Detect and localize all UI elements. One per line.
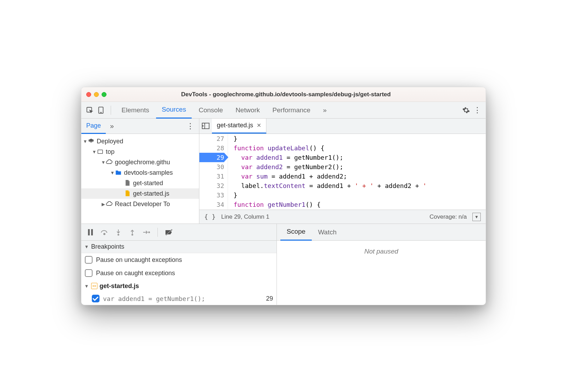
tree-label: get-started [133, 180, 163, 187]
breakpoints-panel: ▼ Breakpoints Pause on uncaught exceptio… [81, 241, 277, 305]
tree-domain[interactable]: ▼ googlechrome.githu [81, 157, 199, 167]
checkbox-unchecked[interactable] [85, 269, 93, 277]
line-gutter[interactable]: 27 28 29 30 31 32 33 34 35 [199, 134, 228, 210]
tree-react-ext[interactable]: ▶ React Developer To [81, 199, 199, 209]
step-over-button[interactable] [99, 227, 110, 238]
code-content[interactable]: }function updateLabel() { var addend1 = … [228, 134, 486, 210]
editor-pane: get-started.js ✕ 27 28 29 30 31 32 33 34… [199, 119, 486, 224]
close-tab-icon[interactable]: ✕ [257, 122, 261, 129]
tree-deployed[interactable]: ▼ Deployed [81, 136, 199, 146]
titlebar: DevTools - googlechrome.github.io/devtoo… [81, 87, 486, 102]
device-toggle-icon[interactable] [96, 105, 106, 115]
svg-rect-7 [91, 229, 93, 235]
not-paused-message: Not paused [364, 248, 398, 305]
file-tab-active[interactable]: get-started.js ✕ [212, 119, 266, 134]
tab-performance[interactable]: Performance [267, 102, 316, 119]
window-title: DevTools - googlechrome.github.io/devtoo… [112, 91, 460, 98]
maximize-window-button[interactable] [102, 92, 106, 97]
script-badge-icon: <> [91, 283, 97, 289]
document-icon [124, 180, 131, 187]
main-toolbar: Elements Sources Console Network Perform… [81, 102, 486, 119]
breakpoint-code: var addend1 = getNumber1(); [103, 295, 205, 302]
devtools-window: DevTools - googlechrome.github.io/devtoo… [81, 87, 486, 305]
navigator-tab-more[interactable]: » [106, 122, 118, 130]
breakpoint-file-header[interactable]: ▼ <> get-started.js [81, 280, 277, 292]
svg-point-8 [104, 233, 105, 235]
tree-label: get-started.js [133, 190, 169, 197]
frame-icon [97, 148, 104, 155]
navigator-kebab-icon[interactable]: ⋮ [182, 122, 199, 131]
svg-point-10 [132, 234, 133, 235]
tree-label: Deployed [97, 138, 123, 145]
checkbox-unchecked[interactable] [85, 256, 93, 264]
svg-rect-3 [98, 150, 103, 154]
breakpoint-entry[interactable]: var addend1 = getNumber1(); 29 [81, 292, 277, 305]
tree-file-html[interactable]: get-started [81, 178, 199, 188]
tree-file-js[interactable]: get-started.js [81, 188, 199, 199]
navigator-tab-page[interactable]: Page [81, 119, 106, 134]
tree-label: devtools-samples [124, 169, 173, 176]
tab-more[interactable]: » [317, 102, 332, 119]
tree-label: React Developer To [115, 201, 170, 208]
tree-label: top [106, 148, 115, 156]
execution-line-marker[interactable]: 29 [199, 153, 224, 162]
svg-rect-6 [88, 229, 90, 235]
svg-point-11 [148, 231, 150, 233]
traffic-lights [86, 92, 106, 97]
breakpoint-line-number: 29 [266, 295, 273, 302]
tab-scope[interactable]: Scope [280, 224, 312, 241]
cloud-icon [106, 159, 113, 166]
checkbox-checked[interactable] [92, 295, 100, 302]
inspect-element-icon[interactable] [85, 105, 95, 115]
tab-watch[interactable]: Watch [312, 224, 343, 241]
script-icon [124, 190, 131, 197]
pause-uncaught-row[interactable]: Pause on uncaught exceptions [81, 253, 277, 266]
tree-folder[interactable]: ▼ devtools-samples [81, 167, 199, 178]
cursor-position: Line 29, Column 1 [221, 213, 270, 220]
step-button[interactable] [141, 227, 152, 238]
toolbar-divider [111, 106, 111, 115]
coverage-status: Coverage: n/a [429, 213, 467, 220]
debugger-pane: Scope Watch ▼ Breakpoints Pause on uncau… [81, 224, 486, 305]
scope-panel: Not paused [277, 241, 486, 305]
settings-icon[interactable] [461, 105, 471, 115]
file-tab-name: get-started.js [217, 122, 253, 129]
file-tree: ▼ Deployed ▼ top ▼ googlechrome.githu ▼ [81, 134, 199, 211]
deactivate-breakpoints-button[interactable] [163, 227, 175, 238]
minimize-window-button[interactable] [94, 92, 99, 97]
step-out-button[interactable] [127, 227, 138, 238]
svg-point-9 [118, 234, 119, 235]
pretty-print-icon[interactable]: { } [204, 213, 216, 220]
tree-label: googlechrome.githu [115, 159, 170, 166]
tab-sources[interactable]: Sources [156, 102, 192, 119]
close-window-button[interactable] [86, 92, 91, 97]
editor-statusbar: { } Line 29, Column 1 Coverage: n/a ▼ [199, 210, 486, 224]
show-details-icon[interactable]: ▼ [472, 213, 481, 221]
debugger-controls [81, 224, 277, 240]
kebab-menu-icon[interactable]: ⋮ [472, 105, 482, 115]
pause-button[interactable] [85, 227, 96, 238]
tree-top[interactable]: ▼ top [81, 146, 199, 157]
tab-console[interactable]: Console [193, 102, 229, 119]
pause-caught-row[interactable]: Pause on caught exceptions [81, 266, 277, 280]
cloud-icon [106, 201, 113, 208]
tab-network[interactable]: Network [230, 102, 266, 119]
code-editor[interactable]: 27 28 29 30 31 32 33 34 35 }function upd… [199, 134, 486, 210]
toggle-navigator-icon[interactable] [199, 119, 212, 134]
navigator-pane: Page » ⋮ ▼ Deployed ▼ top ▼ goog [81, 119, 199, 224]
deployed-icon [88, 138, 95, 145]
breakpoints-header[interactable]: ▼ Breakpoints [81, 241, 277, 253]
step-into-button[interactable] [113, 227, 124, 238]
tab-elements[interactable]: Elements [116, 102, 155, 119]
folder-icon [115, 169, 122, 176]
